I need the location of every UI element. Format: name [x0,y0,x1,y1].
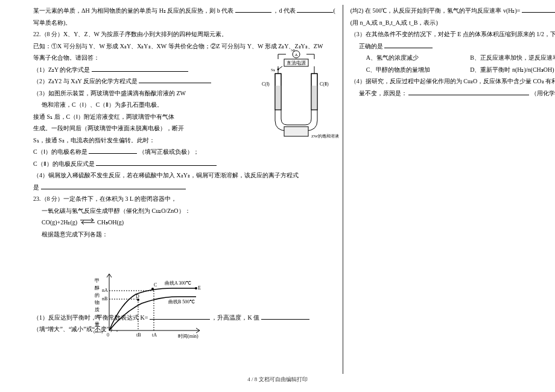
apparatus-figure: A S₂ 直流电源 S₁ C(Ⅰ) C(Ⅱ) [251,49,341,140]
svg-line-11 [278,66,282,69]
blank [384,42,433,48]
svg-text:醇: 醇 [95,285,100,291]
txt: 是 [33,184,39,191]
pt-c: C [154,282,157,288]
txt: 量不变，原因是： [359,90,407,96]
opt-a: A、氢气的浓度减少 [366,52,469,64]
q22: 22.（8 分）X、Y、Z、W 为按原子序数由小到大排列的四种短周期元素。 [33,28,335,40]
txt: (均2) [350,7,364,14]
opt-c: C、甲醇的物质的量增加 [366,64,469,76]
txt: （用化学方程式表示）。 [531,90,555,96]
svg-text:质: 质 [95,307,100,312]
curve-b: 曲线B 500℃ [168,299,195,305]
svg-rect-18 [284,127,308,136]
equilibrium-arrow-icon [79,217,96,229]
blank [89,148,137,154]
svg-text:物: 物 [95,300,100,305]
options-row: C、甲醇的物质的量增加 D、重新平衡时 n(H₂)/n(CH₃OH) 增大 [350,64,555,76]
svg-point-25 [151,288,154,290]
na: nA [102,288,108,293]
text-line: 写单质名称)。 [33,17,335,29]
q22-3g: C（Ⅱ）的电极反应式是 [33,158,335,170]
opt-d: D、重新平衡时 n(H₂)/n(CH₃OH) 增大 [470,66,555,73]
r-line: 量不变，原因是： （用化学方程式表示）。 [350,87,555,100]
text-line: 某一元素的单质，ΔH 为相同物质的量的单质与 H₂ 反应的反应热，则 b 代表 … [33,5,335,17]
options-row: A、氢气的浓度减少 B、正反应速率加快，逆反应速率也加快 [350,52,555,64]
fig-A: A [294,52,297,57]
fig-zw: ZW的饱和溶液 [311,134,339,139]
text-line: （4）铜屑放入稀硫酸不发生反应，若在稀硫酸中加入 X₂Y₂，铜屑可逐渐溶解，该反… [33,169,335,182]
text-line: 一氧化碳与氢气反应生成甲醇（催化剂为 Cu₂O/ZnO）： [33,205,335,217]
txt: 某一元素的单质，ΔH 为相同物质的量的单质与 H₂ 反应的反应热，则 b 代表 [33,7,233,14]
txt: （1）Z₂Y 的化学式是 [33,66,90,73]
blank [522,7,555,13]
xlabel: 时间(min) [178,334,198,339]
svg-text:(mol): (mol) [94,329,103,334]
txt: ，升高温度，K 值 [211,314,259,321]
blank [235,7,271,13]
svg-point-27 [195,287,197,289]
r-line: (用 n_A,或 n_B,t_A,或 t_B，表示) [350,17,555,29]
pt-d: D [136,294,139,299]
fig-c2: C(Ⅱ) [320,81,329,87]
r-line: （4）据研究，反应过程中起催化作用的为 Cu₂O，反应体系中含少量 CO₂ 有利… [350,75,555,87]
fig-s2: S₂ [291,49,295,52]
txt: 正确的是 [359,43,383,49]
txt: （填写正极或负极）； [139,148,199,155]
blank [92,66,188,72]
svg-text:的: 的 [95,314,100,320]
blank [261,314,309,320]
blank [96,160,217,166]
yline1: 甲 [95,278,100,283]
r-line: (均2) 在 500℃，从反应开始到平衡，氢气的平均反应速率 v(H₂)= mo… [350,5,555,17]
text-line: 根据题意完成下列各题： [33,229,335,241]
fig-s1: S₁ [271,68,275,72]
blank [408,89,529,95]
pt-e: E [198,285,201,291]
curve-a: 曲线A 300℃ [165,280,191,286]
q23: 23.（8 分）一定条件下，在体积为 3 L 的密闭容器中， [33,193,335,205]
svg-text:量: 量 [95,321,100,327]
page-footer: 4 / 8 文档可自由编辑打印 [0,374,555,385]
q22-3f: C（Ⅰ）的电极名称是 （填写正极或负极）； [33,146,335,158]
eq-right: CH₃OH(g) [97,219,124,226]
blank [139,77,211,83]
q22-4b: 是 [33,182,335,194]
r-line: （3）在其他条件不变的情况下，对处于 E 点的体系体积压缩到原来的 1/2，下列… [350,28,555,40]
o: 0 [107,332,109,338]
left-column: 某一元素的单质，ΔH 为相同物质的量的单质与 H₂ 反应的反应热，则 b 代表 … [33,5,343,374]
txt: C（Ⅱ）的电极反应式是 [33,160,95,167]
r-line: 正确的是 [350,40,555,52]
nb: nB [102,296,107,302]
opt-b: B、正反应速率加快，逆反应速率也加快 [470,54,555,61]
svg-rect-14 [275,86,281,110]
right-column: (均2) 在 500℃，从反应开始到平衡，氢气的平均反应速率 v(H₂)= mo… [343,5,555,374]
fig-c1: C(Ⅰ) [262,81,270,87]
svg-rect-15 [311,86,317,110]
blank [41,183,186,189]
txt: C（Ⅰ）的电极名称是 [33,148,87,155]
svg-text:的: 的 [95,292,100,298]
eq-left: CO(g)+2H₂(g) [42,219,77,226]
txt: 在 500℃，从反应开始到平衡，氢气的平均反应速率 v(H₂)= [365,7,521,14]
ta: tA [152,332,157,338]
chart-figure: C D E 曲线A 300℃ 曲线B 500℃ nA nB tB tA 0 时间… [94,270,208,341]
fig-power: 直流电源 [287,60,306,66]
equation: CO(g)+2H₂(g) CH₃OH(g) [33,217,335,229]
tb: tB [136,332,141,338]
blank [297,7,333,13]
page: 某一元素的单质，ΔH 为相同物质的量的单质与 H₂ 反应的反应热，则 b 代表 … [0,0,555,374]
txt: ，d 代表 [273,7,296,14]
txt: （2）Z₂Y2 与 X₂Y 反应的化学方程式是 [33,78,138,84]
